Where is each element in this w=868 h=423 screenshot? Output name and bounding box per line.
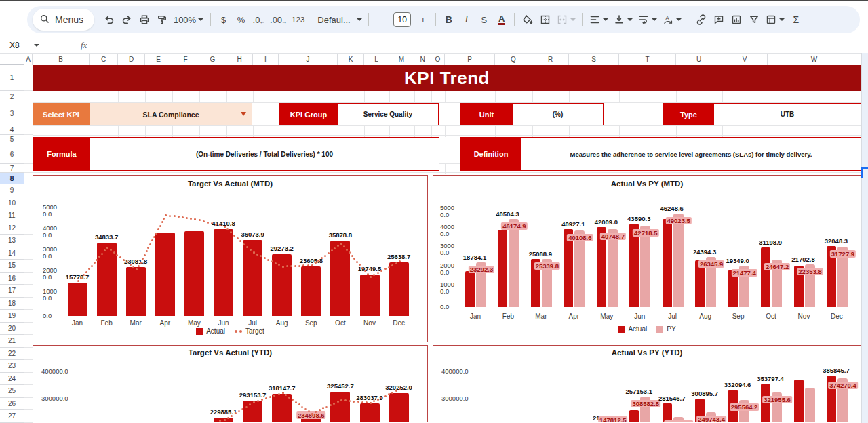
select-all-corner[interactable] [0, 53, 24, 65]
decrease-font-size-button[interactable]: − [373, 10, 390, 29]
row-header-16[interactable]: 16 [0, 273, 24, 285]
increase-font-size-button[interactable]: + [414, 10, 431, 29]
column-header-R[interactable]: R [532, 54, 569, 66]
row-header-2[interactable]: 2 [0, 91, 24, 102]
column-header-L[interactable]: L [364, 54, 389, 66]
column-header-C[interactable]: C [90, 54, 118, 66]
column-header-D[interactable]: D [118, 54, 145, 66]
data-label: 29273.2 [255, 245, 309, 252]
print-icon[interactable] [136, 10, 153, 29]
row-header-1[interactable]: 1 [0, 65, 24, 91]
more-formats-button[interactable]: 123 [290, 10, 307, 29]
fill-color-icon[interactable] [519, 10, 536, 29]
bold-button[interactable]: B [440, 10, 457, 29]
row-header-5[interactable]: 5 [0, 135, 24, 144]
text-rotation-button[interactable]: A [660, 10, 684, 29]
row-header-25[interactable]: 25 [0, 385, 24, 398]
font-size-input[interactable]: 10 [393, 12, 411, 27]
column-header-I[interactable]: I [253, 54, 279, 66]
column-header-B[interactable]: B [33, 54, 90, 66]
column-header-V[interactable]: V [722, 54, 768, 66]
formula-input[interactable] [94, 39, 868, 52]
redo-button[interactable] [118, 10, 135, 29]
column-header-F[interactable]: F [172, 54, 199, 66]
column-header-E[interactable]: E [145, 54, 172, 66]
borders-icon[interactable] [536, 10, 553, 29]
target-dot [101, 253, 103, 255]
row-header-15[interactable]: 15 [0, 260, 24, 273]
horizontal-align-button[interactable] [587, 10, 610, 29]
target-dot [113, 251, 115, 254]
table-views-button[interactable] [763, 10, 787, 29]
row-header-12[interactable]: 12 [0, 222, 24, 235]
vertical-align-button[interactable] [611, 10, 635, 29]
paint-format-icon[interactable] [153, 10, 170, 29]
row-header-23[interactable]: 23 [0, 360, 24, 373]
column-header-G[interactable]: G [199, 54, 226, 66]
row-header-9[interactable]: 9 [0, 184, 24, 197]
column-header-S[interactable]: S [569, 54, 619, 66]
data-label-py-chip: 31727.9 [830, 250, 856, 258]
name-box[interactable]: X8 [0, 41, 68, 50]
row-header-4[interactable]: 4 [0, 125, 24, 135]
row-header-19[interactable]: 19 [0, 310, 24, 323]
menus-search-button[interactable]: Menus [33, 9, 94, 31]
row-header-17[interactable]: 17 [0, 285, 24, 298]
column-header-T[interactable]: T [619, 54, 676, 66]
row-header-27[interactable]: 27 [0, 410, 24, 423]
column-header-P[interactable]: P [445, 54, 495, 66]
row-header-7[interactable]: 7 [0, 164, 24, 173]
select-kpi-value[interactable]: SLA Compliance [90, 103, 252, 125]
column-header-K[interactable]: K [338, 54, 364, 66]
row-header-11[interactable]: 11 [0, 209, 24, 222]
row-header-10[interactable]: 10 [0, 197, 24, 210]
column-header-O[interactable]: O [431, 54, 445, 66]
column-header-N[interactable]: N [414, 54, 431, 66]
text-wrap-button[interactable] [635, 10, 659, 29]
x-axis-label: Nov [789, 313, 819, 320]
column-header-Q[interactable]: Q [495, 54, 532, 66]
target-dot [370, 402, 372, 404]
text-color-button[interactable]: A [493, 10, 510, 29]
font-selector[interactable]: Defaul... [315, 10, 364, 29]
column-header-H[interactable]: H [226, 54, 253, 66]
zoom-control[interactable]: 100% [171, 10, 206, 29]
row-header-20[interactable]: 20 [0, 323, 24, 336]
column-header-U[interactable]: U [676, 54, 722, 66]
type-label: Type [663, 104, 714, 125]
column-header-A[interactable]: A [24, 54, 33, 66]
row-header-6[interactable]: 6 [0, 144, 24, 164]
gridline [172, 91, 173, 102]
column-header-M[interactable]: M [389, 54, 414, 66]
target-dot [235, 412, 237, 414]
row-header-22[interactable]: 22 [0, 348, 24, 361]
target-dot [130, 264, 132, 266]
strikethrough-button[interactable]: S [475, 10, 492, 29]
gridline [24, 359, 33, 360]
target-dot [324, 255, 326, 257]
row-header-24[interactable]: 24 [0, 373, 24, 386]
row-header-13[interactable]: 13 [0, 235, 24, 247]
format-currency-button[interactable]: $ [215, 10, 232, 29]
row-header-21[interactable]: 21 [0, 335, 24, 348]
italic-button[interactable]: I [458, 10, 475, 29]
decrease-decimal-button[interactable]: .0← [250, 10, 267, 29]
filter-icon[interactable] [745, 10, 762, 29]
vertical-scrollbar[interactable] [861, 53, 868, 423]
insert-comment-icon[interactable] [710, 10, 727, 29]
row-header-8[interactable]: 8 [0, 173, 24, 184]
column-header-W[interactable]: W [768, 54, 861, 66]
increase-decimal-button[interactable]: .00→ [268, 10, 289, 29]
insert-link-icon[interactable] [692, 10, 709, 29]
row-header-14[interactable]: 14 [0, 247, 24, 260]
select-kpi-dropdown[interactable]: Select KPI SLA Compliance [33, 103, 252, 125]
column-header-J[interactable]: J [279, 54, 338, 66]
definition-value: Measures the adherence to service level … [521, 138, 861, 170]
functions-button[interactable]: Σ [787, 10, 804, 29]
row-header-18[interactable]: 18 [0, 298, 24, 310]
insert-chart-icon[interactable] [728, 10, 745, 29]
undo-button[interactable] [100, 10, 117, 29]
row-header-3[interactable]: 3 [0, 102, 24, 125]
row-header-26[interactable]: 26 [0, 398, 24, 411]
format-percent-button[interactable]: % [233, 10, 250, 29]
